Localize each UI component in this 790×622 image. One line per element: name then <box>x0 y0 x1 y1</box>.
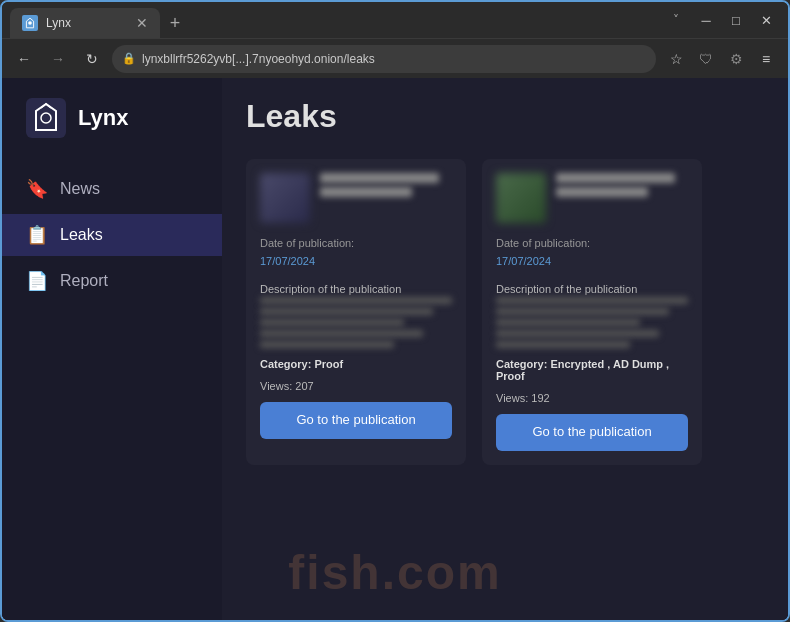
tab-area: Lynx ✕ + <box>10 2 658 38</box>
nav-actions: ☆ 🛡 ⚙ ≡ <box>662 45 780 73</box>
logo-text: Lynx <box>78 105 129 131</box>
tab-close-button[interactable]: ✕ <box>136 16 148 30</box>
card-1-description-label: Description of the publication <box>260 283 401 295</box>
main-content: Leaks Date of publication: <box>222 78 788 620</box>
card-2-date-label: Date of publication: <box>496 237 590 249</box>
tab-dropdown-button[interactable]: ˅ <box>662 6 690 34</box>
card-1-company-name <box>320 173 439 183</box>
leaks-icon: 📋 <box>26 224 46 246</box>
extensions-button[interactable]: ⚙ <box>722 45 750 73</box>
card-1-category: Category: Proof <box>260 358 452 370</box>
card-2-description-label: Description of the publication <box>496 283 637 295</box>
card-2-description-blur <box>496 297 688 348</box>
card-1-header-info <box>320 173 452 197</box>
sidebar-nav: 🔖 News 📋 Leaks 📄 Report <box>2 168 222 302</box>
card-1-description-blur <box>260 297 452 348</box>
card-2-header <box>496 173 688 223</box>
card-1-header <box>260 173 452 223</box>
blur-line-9 <box>496 330 659 337</box>
maximize-button[interactable]: □ <box>722 6 750 34</box>
blur-line-3 <box>260 319 404 326</box>
nav-bar: ← → ↻ 🔒 lynxbllrfr5262yvb[...].7nyoeohyd… <box>2 38 788 78</box>
sidebar-item-leaks-label: Leaks <box>60 226 103 244</box>
sidebar-item-report-label: Report <box>60 272 108 290</box>
new-tab-button[interactable]: + <box>160 8 190 38</box>
title-bar-right: ˅ ─ □ ✕ <box>662 6 780 34</box>
tab-favicon <box>22 15 38 31</box>
card-2-date: Date of publication: 17/07/2024 <box>496 233 688 269</box>
news-icon: 🔖 <box>26 178 46 200</box>
card-1-date: Date of publication: 17/07/2024 <box>260 233 452 269</box>
card-1-views: Views: 207 <box>260 380 452 392</box>
report-icon: 📄 <box>26 270 46 292</box>
card-1-thumbnail <box>260 173 310 223</box>
card-1-date-value: 17/07/2024 <box>260 255 315 267</box>
minimize-button[interactable]: ─ <box>692 6 720 34</box>
publication-card-2: Date of publication: 17/07/2024 Descript… <box>482 159 702 465</box>
blur-line-4 <box>260 330 423 337</box>
blur-line-1 <box>260 297 452 304</box>
card-2-description: Description of the publication <box>496 279 688 348</box>
publication-card-1: Date of publication: 17/07/2024 Descript… <box>246 159 466 465</box>
blur-line-2 <box>260 308 433 315</box>
card-2-company-name <box>556 173 675 183</box>
svg-point-0 <box>28 21 32 25</box>
menu-button[interactable]: ≡ <box>752 45 780 73</box>
blur-line-7 <box>496 308 669 315</box>
page-title: Leaks <box>246 98 764 135</box>
refresh-button[interactable]: ↻ <box>78 45 106 73</box>
title-bar: Lynx ✕ + ˅ ─ □ ✕ <box>2 2 788 38</box>
address-bar[interactable]: 🔒 lynxbllrfr5262yvb[...].7nyoeohyd.onion… <box>112 45 656 73</box>
shield-button[interactable]: 🛡 <box>692 45 720 73</box>
card-2-date-value: 17/07/2024 <box>496 255 551 267</box>
card-1-description: Description of the publication <box>260 279 452 348</box>
blur-line-6 <box>496 297 688 304</box>
sidebar: Lynx 🔖 News 📋 Leaks 📄 Report <box>2 78 222 620</box>
sidebar-item-news[interactable]: 🔖 News <box>2 168 222 210</box>
lynx-logo-icon <box>26 98 66 138</box>
tab-title: Lynx <box>46 16 128 30</box>
card-2-views: Views: 192 <box>496 392 688 404</box>
card-2-company-subtitle <box>556 187 648 197</box>
site-info-icon[interactable]: 🔒 <box>122 52 136 65</box>
page-inner: Lynx 🔖 News 📋 Leaks 📄 Report <box>2 78 788 620</box>
blur-line-10 <box>496 341 630 348</box>
bookmark-button[interactable]: ☆ <box>662 45 690 73</box>
card-1-go-to-button[interactable]: Go to the publication <box>260 402 452 439</box>
card-2-thumbnail <box>496 173 546 223</box>
card-2-go-to-button[interactable]: Go to the publication <box>496 414 688 451</box>
browser-window: Lynx ✕ + ˅ ─ □ ✕ ← → ↻ 🔒 lynxbllrfr5262y… <box>0 0 790 622</box>
active-tab[interactable]: Lynx ✕ <box>10 8 160 38</box>
page-content: Lynx 🔖 News 📋 Leaks 📄 Report <box>2 78 788 620</box>
cards-grid: Date of publication: 17/07/2024 Descript… <box>246 159 764 465</box>
sidebar-item-leaks[interactable]: 📋 Leaks <box>2 214 222 256</box>
card-1-date-label: Date of publication: <box>260 237 354 249</box>
sidebar-item-news-label: News <box>60 180 100 198</box>
card-2-header-info <box>556 173 688 197</box>
blur-line-5 <box>260 341 394 348</box>
card-1-company-subtitle <box>320 187 412 197</box>
sidebar-item-report[interactable]: 📄 Report <box>2 260 222 302</box>
close-button[interactable]: ✕ <box>752 6 780 34</box>
forward-button[interactable]: → <box>44 45 72 73</box>
address-text: lynxbllrfr5262yvb[...].7nyoeohyd.onion/l… <box>142 52 646 66</box>
blur-line-8 <box>496 319 640 326</box>
back-button[interactable]: ← <box>10 45 38 73</box>
logo-area: Lynx <box>2 98 222 168</box>
card-2-category: Category: Encrypted , AD Dump , Proof <box>496 358 688 382</box>
